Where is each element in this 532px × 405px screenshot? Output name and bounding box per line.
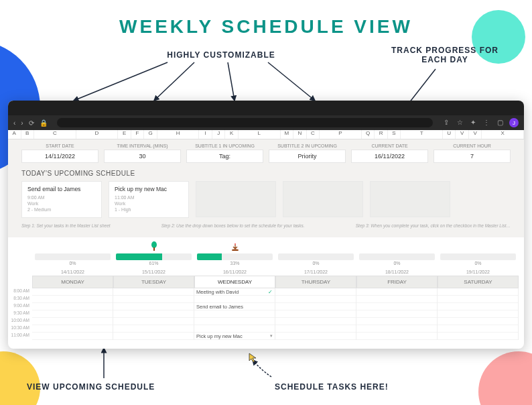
schedule-slot[interactable]	[438, 318, 518, 325]
schedule-slot[interactable]	[356, 310, 437, 318]
schedule-slot[interactable]	[356, 288, 437, 296]
schedule-slot[interactable]: Pick up my new Mac▾	[194, 333, 275, 340]
schedule-slot[interactable]	[113, 325, 194, 333]
upcoming-card[interactable]: Pick up my new Mac11:00 AMWork1 - High	[109, 181, 189, 218]
schedule-slot[interactable]: Send email to James	[194, 303, 275, 310]
share-icon[interactable]: ⇪	[442, 119, 450, 127]
schedule-slot[interactable]	[438, 288, 518, 296]
column-header[interactable]: G	[144, 130, 157, 139]
config-value[interactable]: 30	[104, 150, 181, 163]
schedule-slot[interactable]	[438, 333, 518, 340]
schedule-slot[interactable]	[438, 296, 518, 303]
column-header[interactable]: H	[157, 130, 200, 139]
card-time: 11:00 AM	[115, 195, 183, 200]
column-header[interactable]: C	[307, 130, 320, 139]
spreadsheet: ABCDEFGHIJKLMNCPQRSTUVVX START DATE14/11…	[8, 130, 524, 349]
star-icon[interactable]: ☆	[456, 119, 464, 127]
column-header[interactable]: T	[401, 130, 443, 139]
column-header[interactable]: J	[212, 130, 226, 139]
schedule-slot[interactable]	[275, 310, 356, 318]
schedule-slot[interactable]	[32, 318, 113, 325]
task-text: Send email to James	[196, 304, 243, 310]
column-header[interactable]: P	[320, 130, 362, 139]
schedule-slot[interactable]	[32, 288, 113, 296]
schedule-slot[interactable]	[438, 325, 518, 333]
schedule-slot[interactable]	[32, 310, 113, 318]
schedule-slot[interactable]: Meeting with David✓	[194, 288, 275, 296]
config-cell: SUBTITLE 1 IN UPCOMINGTag:	[186, 143, 263, 163]
reload-icon[interactable]: ⟳	[29, 119, 34, 127]
schedule-slot[interactable]	[275, 333, 356, 340]
column-header[interactable]: X	[482, 130, 524, 139]
column-header[interactable]: M	[281, 130, 294, 139]
column-header[interactable]: B	[21, 130, 35, 139]
dropdown-icon[interactable]: ▾	[270, 333, 273, 339]
schedule-slot[interactable]	[32, 296, 113, 303]
column-header[interactable]: V	[469, 130, 482, 139]
column-header[interactable]: K	[225, 130, 239, 139]
schedule-slot[interactable]	[113, 318, 194, 325]
schedule-slot[interactable]	[275, 325, 356, 333]
column-header[interactable]: A	[8, 130, 21, 139]
schedule-slot[interactable]	[438, 303, 518, 310]
schedule-slot[interactable]	[113, 296, 194, 303]
day-header[interactable]: SATURDAY	[438, 276, 519, 288]
menu-icon[interactable]: ⋮	[482, 119, 490, 127]
schedule-slot[interactable]	[32, 303, 113, 310]
column-header[interactable]: E	[118, 130, 131, 139]
config-value[interactable]: 7	[434, 150, 511, 163]
schedule-slot[interactable]	[113, 333, 194, 340]
column-header[interactable]: S	[388, 130, 401, 139]
forward-icon[interactable]: ›	[21, 119, 23, 127]
schedule-slot[interactable]	[194, 310, 275, 318]
schedule-slot[interactable]	[194, 296, 275, 303]
url-bar[interactable]	[57, 118, 433, 127]
schedule-slot[interactable]	[275, 318, 356, 325]
day-header[interactable]: FRIDAY	[356, 276, 438, 288]
column-header[interactable]: L	[239, 130, 281, 139]
annotation-schedule: SCHEDULE TASKS HERE!	[275, 382, 389, 392]
schedule-slot[interactable]	[275, 303, 356, 310]
column-header[interactable]: I	[199, 130, 212, 139]
schedule-slot[interactable]	[438, 310, 518, 318]
column-header[interactable]: Q	[362, 130, 375, 139]
column-header[interactable]: F	[131, 130, 145, 139]
config-value[interactable]: Priority	[269, 150, 346, 163]
column-header[interactable]: R	[375, 130, 388, 139]
day-header[interactable]: THURSDAY	[275, 276, 356, 288]
schedule-slot[interactable]	[113, 288, 194, 296]
schedule-slot[interactable]	[356, 303, 437, 310]
schedule-grid: 8:00 AM8:30 AM9:00 AM9:30 AM10:00 AM10:3…	[32, 288, 519, 340]
schedule-slot[interactable]	[356, 296, 437, 303]
schedule-slot[interactable]	[194, 318, 275, 325]
schedule-slot[interactable]	[356, 318, 437, 325]
column-header[interactable]: U	[443, 130, 456, 139]
column-header[interactable]: D	[76, 130, 119, 139]
extensions-icon[interactable]: ✦	[469, 119, 477, 127]
schedule-slot[interactable]	[356, 333, 437, 340]
schedule-slot[interactable]	[275, 288, 356, 296]
schedule-slot[interactable]	[275, 296, 356, 303]
schedule-slot[interactable]	[194, 325, 275, 333]
day-header[interactable]: MONDAY	[32, 276, 113, 288]
column-header[interactable]: C	[34, 130, 76, 139]
tablet-icon[interactable]: ▢	[496, 119, 504, 127]
column-header[interactable]: N	[293, 130, 307, 139]
upcoming-card[interactable]: Send email to James9:00 AMWork2 - Medium	[21, 181, 102, 218]
config-value[interactable]: 14/11/2022	[21, 150, 98, 163]
day-header[interactable]: TUESDAY	[113, 276, 194, 288]
schedule-slot[interactable]	[356, 325, 437, 333]
config-value[interactable]: 16/11/2022	[351, 150, 428, 163]
schedule-slot[interactable]	[113, 310, 194, 318]
schedule-slot[interactable]	[113, 303, 194, 310]
progress-bar	[116, 253, 192, 260]
schedule-slot[interactable]	[32, 333, 113, 340]
config-value[interactable]: Tag:	[186, 150, 263, 163]
profile-avatar[interactable]: J	[509, 118, 519, 127]
upcoming-card-empty	[370, 181, 450, 217]
schedule-slot[interactable]	[32, 325, 113, 333]
back-icon[interactable]: ‹	[13, 119, 15, 127]
config-label: SUBTITLE 2 IN UPCOMING	[269, 143, 346, 148]
day-header[interactable]: WEDNESDAY	[194, 276, 275, 288]
column-header[interactable]: V	[456, 130, 469, 139]
